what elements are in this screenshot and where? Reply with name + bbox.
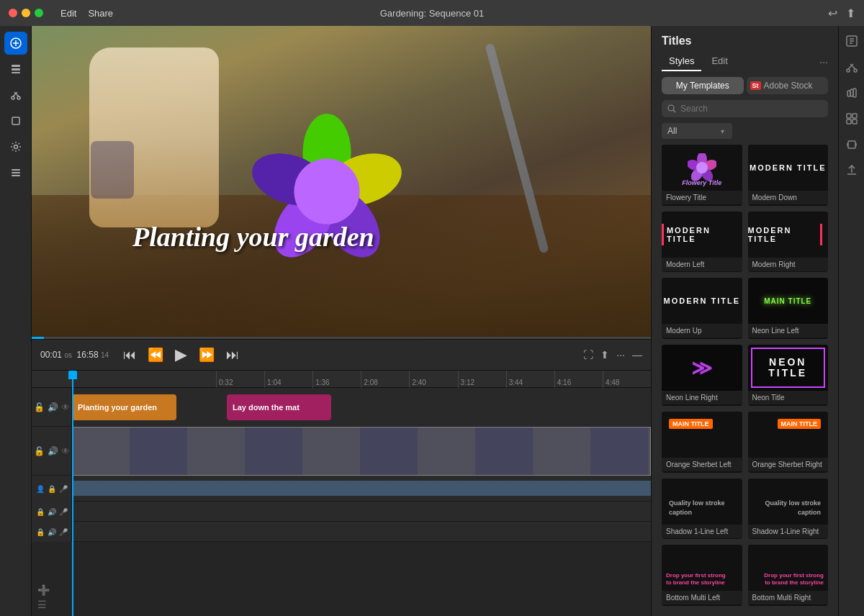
play-button[interactable]: ▶ xyxy=(172,343,190,367)
neon-chevron-icon: ≫ xyxy=(691,356,712,380)
title-card-modern-down[interactable]: MODERN TITLE Modern Down xyxy=(748,145,829,206)
share-panel-icon[interactable] xyxy=(842,161,861,183)
track-lock-button[interactable]: 🔓 xyxy=(34,402,45,412)
fit-button[interactable]: ⛶ xyxy=(583,349,593,361)
track-mute-button[interactable]: 🔊 xyxy=(48,402,58,412)
title-card-bottom-multi-left[interactable]: Drop your first strong to brand the stor… xyxy=(662,545,742,606)
panel-title: Titles xyxy=(652,26,838,47)
title-card-modern-up[interactable]: MODERN TITLE Modern Up xyxy=(662,278,742,339)
add-track-icon[interactable]: ➕ xyxy=(37,584,50,596)
tab-styles[interactable]: Styles xyxy=(662,52,701,71)
modern-right-bar xyxy=(820,224,822,245)
video-progress-bar[interactable] xyxy=(32,337,651,339)
tab-edit[interactable]: Edit xyxy=(704,52,734,71)
neon-line-left-text: MAIN TITLE xyxy=(764,297,811,305)
clip-lay-down-mat[interactable]: Lay down the mat xyxy=(227,394,331,420)
audio1-mic[interactable]: 🎤 xyxy=(59,485,68,493)
audio-1-content[interactable] xyxy=(72,476,651,501)
audio-3-content[interactable] xyxy=(72,522,651,541)
sidebar-add-button[interactable] xyxy=(4,32,27,55)
maximize-button[interactable] xyxy=(35,9,43,17)
ruler-mark-208: 2:08 xyxy=(361,371,409,388)
shadow-right-thumb: Quality low stroke caption xyxy=(748,479,829,525)
audio3-lock[interactable]: 🔒 xyxy=(36,528,45,536)
step-forward-button[interactable]: ⏩ xyxy=(196,344,217,366)
collapse-button[interactable]: — xyxy=(632,349,642,361)
neon-title-label: Neon Title xyxy=(748,391,829,404)
more-button[interactable]: ··· xyxy=(616,349,625,361)
menu-share[interactable]: Share xyxy=(88,8,113,19)
audio2-lock[interactable]: 🔒 xyxy=(36,508,45,516)
title-card-orange-left[interactable]: MAIN TITLE Orange Sherbet Left xyxy=(662,412,742,473)
video-track-content[interactable] xyxy=(72,427,651,476)
svg-rect-3 xyxy=(12,72,20,73)
title-card-neon-title[interactable]: NEON TITLE Neon Title xyxy=(748,345,829,406)
title-card-flowery[interactable]: Flowery Title Flowery Title xyxy=(662,145,742,206)
timeline-settings-icon[interactable]: ☰ xyxy=(37,599,50,610)
skip-to-start-button[interactable]: ⏮ xyxy=(120,345,139,366)
transform-icon[interactable] xyxy=(842,135,861,157)
video-lock-button[interactable]: 🔓 xyxy=(34,446,45,456)
bottom-multi-left-text: Drop your first strong to brand the stor… xyxy=(666,572,726,587)
sidebar-library-button[interactable] xyxy=(4,58,27,81)
source-tabs: My Templates St Adobe Stock xyxy=(652,71,838,100)
modern-left-label: Modern Left xyxy=(662,258,742,271)
orange-left-badge: MAIN TITLE xyxy=(669,419,713,429)
title-card-bottom-multi-right[interactable]: Drop your first strong to brand the stor… xyxy=(748,545,829,606)
audio3-vol[interactable]: 🔊 xyxy=(48,528,56,536)
menu-edit[interactable]: Edit xyxy=(60,8,76,19)
modern-left-text: MODERN TITLE xyxy=(667,226,742,243)
track-visibility-button[interactable]: 👁 xyxy=(61,402,70,412)
my-templates-tab[interactable]: My Templates xyxy=(662,77,744,94)
title-card-neon-line-left[interactable]: MAIN TITLE Neon Line Left xyxy=(748,278,829,339)
filter-dropdown[interactable]: All Lower Thirds Full Screen xyxy=(662,123,732,139)
minimize-button[interactable] xyxy=(22,9,30,17)
playback-controls: 00:01 os 16:58 14 ⏮ ⏪ ▶ ⏩ ⏭ ⛶ ⬆ ··· — xyxy=(32,339,651,371)
ruler-mark-416: 4:16 xyxy=(554,371,603,388)
title-card-shadow-left[interactable]: Quality low stroke caption Shadow 1-Line… xyxy=(662,479,742,540)
grid-icon[interactable] xyxy=(842,109,861,131)
cut-tool-icon[interactable] xyxy=(842,58,861,79)
video-visibility-button[interactable]: 👁 xyxy=(61,446,70,456)
audio1-lock[interactable]: 🔒 xyxy=(48,485,56,493)
svg-rect-31 xyxy=(852,114,857,118)
export-button[interactable]: ⬆ xyxy=(600,349,609,361)
skip-to-end-button[interactable]: ⏭ xyxy=(223,345,242,366)
sidebar-settings-button[interactable] xyxy=(4,135,27,158)
shadow-right-label: Shadow 1-Line Right xyxy=(748,525,829,538)
undo-button[interactable]: ↩ xyxy=(828,6,837,20)
search-input[interactable] xyxy=(680,104,822,114)
close-button[interactable] xyxy=(9,9,17,17)
title-card-modern-right[interactable]: MODERN TITLE Modern Right xyxy=(748,212,829,273)
title-card-neon-line-right[interactable]: ≫ Neon Line Right xyxy=(662,345,742,406)
svg-rect-6 xyxy=(12,117,19,124)
audio1-person-icon: 👤 xyxy=(36,485,45,493)
adobe-stock-tab[interactable]: St Adobe Stock xyxy=(747,77,829,94)
audio2-vol[interactable]: 🔊 xyxy=(48,508,56,516)
audio3-mic[interactable]: 🎤 xyxy=(59,528,68,536)
video-mute-button[interactable]: 🔊 xyxy=(48,446,58,456)
step-back-button[interactable]: ⏪ xyxy=(145,344,166,366)
title-track-content[interactable]: Planting your garden Lay down the mat xyxy=(72,388,651,426)
svg-rect-32 xyxy=(847,119,851,124)
neon-title-thumb: NEON TITLE xyxy=(748,345,829,391)
orange-right-badge: MAIN TITLE xyxy=(778,419,822,429)
title-card-shadow-right[interactable]: Quality low stroke caption Shadow 1-Line… xyxy=(748,479,829,540)
audio-icon[interactable] xyxy=(842,83,861,105)
audio2-mic[interactable]: 🎤 xyxy=(59,508,68,516)
share-button[interactable]: ⬆ xyxy=(846,6,855,20)
sidebar-menu-button[interactable] xyxy=(4,161,27,184)
shadow-left-text: Quality low stroke caption xyxy=(666,496,742,520)
sidebar-cut-button[interactable] xyxy=(4,83,27,107)
title-card-modern-left[interactable]: MODERN TITLE Modern Left xyxy=(662,212,742,273)
video-scene: Planting your garden xyxy=(32,26,651,339)
sidebar-transform-button[interactable] xyxy=(4,109,27,132)
audio-2-content[interactable] xyxy=(72,502,651,521)
playback-right-controls: ⛶ ⬆ ··· — xyxy=(583,349,642,361)
title-card-orange-right[interactable]: MAIN TITLE Orange Sherbet Right xyxy=(748,412,829,473)
inspector-icon[interactable] xyxy=(842,32,861,53)
clip-planting-your-garden[interactable]: Planting your garden xyxy=(72,394,176,420)
audio-1-controls: 👤 🔒 🎤 xyxy=(32,476,72,502)
panel-more-button[interactable]: ··· xyxy=(819,56,828,68)
svg-point-5 xyxy=(17,96,20,99)
